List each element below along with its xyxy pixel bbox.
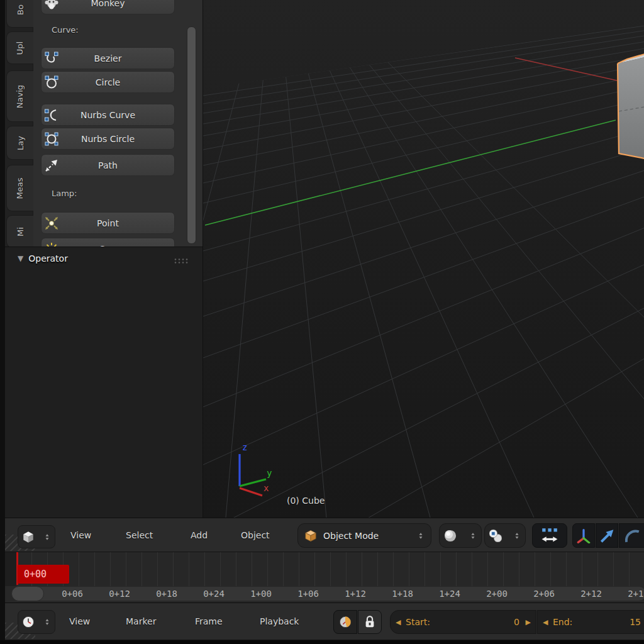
editor-timeline-icon xyxy=(22,616,35,628)
updown-arrows-icon xyxy=(469,530,477,542)
manipulator-translate-toggle[interactable] xyxy=(596,523,618,548)
viewport-header: ViewSelectAddObject Object Mode xyxy=(5,518,644,552)
menu-add[interactable]: Add xyxy=(191,530,208,540)
operator-panel: ▼ Operator xyxy=(5,247,203,518)
frame-gridline xyxy=(613,552,614,586)
axis-label-z: z xyxy=(242,442,247,452)
tool-shelf: BoUplNavigLayMeasMi Monkey Curve:BezierC… xyxy=(5,0,203,247)
frame-gridline xyxy=(110,552,111,586)
manipulator-axes-toggle[interactable] xyxy=(572,523,595,548)
current-frame-badge[interactable]: 0+00 xyxy=(18,565,69,584)
menu-frame[interactable]: Frame xyxy=(195,616,223,626)
add-path-button[interactable]: Path xyxy=(41,154,175,176)
frame-gridline xyxy=(487,552,488,586)
add-sun-button[interactable]: Sun xyxy=(41,238,175,247)
viewport-3d[interactable]: z y x (0) Cube xyxy=(203,0,644,518)
manipulator-axes-icon xyxy=(576,528,591,543)
increment-arrow-icon[interactable]: ▶ xyxy=(526,618,531,626)
add-bezier-button[interactable]: Bezier xyxy=(41,47,175,69)
nurbs-curve-icon xyxy=(45,108,58,122)
nurbs-circle-icon xyxy=(45,132,58,146)
axis-line-x-red xyxy=(515,58,617,80)
ruler-frame-label: 1+18 xyxy=(392,587,413,600)
frame-gridline xyxy=(456,552,457,586)
frame-gridline xyxy=(597,552,598,586)
collapse-triangle-icon[interactable]: ▼ xyxy=(18,254,23,263)
timeline-scrollbar-handle[interactable] xyxy=(11,586,44,601)
pivot-point-dropdown[interactable] xyxy=(484,523,526,548)
add-point-button[interactable]: Point xyxy=(41,212,175,234)
decrement-arrow-icon[interactable]: ◀ xyxy=(396,618,401,626)
ruler-frame-label: 0+06 xyxy=(62,587,83,600)
axis-label-x: x xyxy=(264,483,269,493)
mode-dropdown[interactable]: Object Mode xyxy=(297,523,431,548)
updown-arrows-icon xyxy=(43,616,51,628)
tool-shelf-tab-bo[interactable]: Bo xyxy=(6,0,33,28)
frame-gridline xyxy=(267,552,268,586)
tool-shelf-scrollbar[interactable] xyxy=(187,26,196,244)
default-cube[interactable] xyxy=(618,54,644,158)
add-nurbs-circle-button[interactable]: Nurbs Circle xyxy=(41,128,175,150)
frame-end-field[interactable]: ◀ End: 15 xyxy=(537,610,644,634)
tool-shelf-tab-mi[interactable]: Mi xyxy=(6,215,33,247)
frame-gridline xyxy=(629,552,630,586)
timeline-editor[interactable]: 0+00 0+060+120+180+241+001+061+121+181+2… xyxy=(5,552,644,602)
frame-start-field[interactable]: ◀ Start: 0 ▶ xyxy=(390,610,536,634)
ruler-frame-label: 2+06 xyxy=(533,587,555,600)
manipulate-centers-toggle[interactable] xyxy=(532,523,567,548)
menu-marker[interactable]: Marker xyxy=(126,616,156,626)
operator-panel-header[interactable]: ▼ Operator xyxy=(18,253,68,264)
tab-label: Lay xyxy=(16,136,25,150)
decrement-arrow-icon[interactable]: ◀ xyxy=(543,618,548,626)
add-circle-button[interactable]: Circle xyxy=(41,71,175,93)
frame-gridline xyxy=(377,552,378,586)
frame-gridline xyxy=(425,552,425,586)
editor-3d-view-icon xyxy=(22,531,35,543)
mini-axis-gizmo: z y x xyxy=(240,442,272,496)
viewport-shading-dropdown[interactable] xyxy=(439,523,482,548)
frame-gridline xyxy=(142,552,142,586)
field-label: Start: xyxy=(406,617,430,627)
frame-gridline xyxy=(550,552,551,586)
field-value: 15 xyxy=(630,617,641,627)
lock-frame-range-toggle[interactable] xyxy=(358,610,382,634)
pivot-point-icon xyxy=(489,530,502,542)
tool-shelf-tab-navig[interactable]: Navig xyxy=(6,70,33,122)
add-monkey-button[interactable]: Monkey xyxy=(41,0,175,14)
bezier-circle-icon xyxy=(45,75,58,89)
ruler-frame-label: 0+18 xyxy=(156,587,177,600)
panel-drag-grip-icon[interactable] xyxy=(174,256,189,266)
axis-label-y: y xyxy=(267,468,272,478)
bezier-curve-icon xyxy=(45,52,58,65)
operator-panel-title: Operator xyxy=(28,253,68,264)
manipulator-rotate-toggle[interactable] xyxy=(619,523,644,548)
tab-label: Mi xyxy=(15,227,25,236)
add-nurbs-curve-button[interactable]: Nurbs Curve xyxy=(41,104,175,126)
button-label: Bezier xyxy=(94,53,122,64)
frame-gridline xyxy=(535,552,535,586)
editor-type-selector[interactable] xyxy=(18,610,55,634)
menu-object[interactable]: Object xyxy=(241,530,270,540)
editor-type-selector[interactable] xyxy=(18,525,55,548)
menu-select[interactable]: Select xyxy=(126,530,153,540)
frame-gridline xyxy=(173,552,174,586)
frame-gridline xyxy=(157,552,158,586)
menu-view[interactable]: View xyxy=(69,616,90,626)
menu-view[interactable]: View xyxy=(70,530,91,540)
ruler-frame-label: 1+24 xyxy=(439,587,460,600)
ruler-frame-label: 0+24 xyxy=(203,587,225,600)
object-mode-cube-icon xyxy=(304,530,317,542)
ruler-frame-label: 1+12 xyxy=(345,587,366,600)
menu-playback[interactable]: Playback xyxy=(260,616,299,626)
tool-shelf-tab-meas[interactable]: Meas xyxy=(6,165,33,211)
tool-shelf-tab-upl[interactable]: Upl xyxy=(6,31,33,64)
ruler-frame-label: 0+12 xyxy=(109,587,130,600)
active-object-info: (0) Cube xyxy=(287,496,325,506)
frame-gridline xyxy=(220,552,221,586)
button-label: Circle xyxy=(96,77,120,87)
updown-arrows-icon xyxy=(43,531,51,543)
ruler-frame-label: 1+00 xyxy=(250,587,272,600)
sync-playback-toggle[interactable] xyxy=(333,610,357,634)
frame-gridline xyxy=(314,552,315,586)
tool-shelf-tab-lay[interactable]: Lay xyxy=(6,126,33,160)
